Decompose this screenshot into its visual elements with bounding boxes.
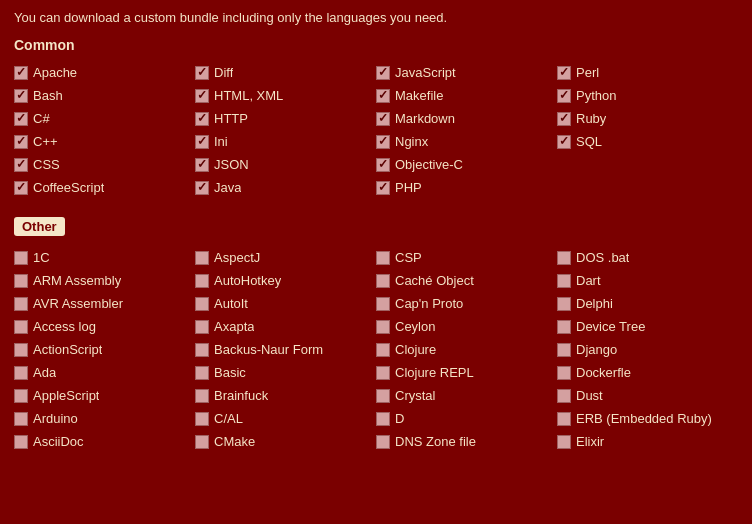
item-label: Caché Object xyxy=(395,273,474,288)
checkbox-backus-naur-form[interactable] xyxy=(195,343,209,357)
item-label: Cap'n Proto xyxy=(395,296,463,311)
list-item: D xyxy=(376,409,557,428)
common-items-grid: ApacheDiffJavaScriptPerlBashHTML, XMLMak… xyxy=(14,63,738,197)
checkbox-arm-assembly[interactable] xyxy=(14,274,28,288)
checkbox-cmake[interactable] xyxy=(195,435,209,449)
checkbox-clojure-repl[interactable] xyxy=(376,366,390,380)
list-item: Makefile xyxy=(376,86,557,105)
checkbox-sql[interactable] xyxy=(557,135,571,149)
checkbox-c#[interactable] xyxy=(14,112,28,126)
item-label: ARM Assembly xyxy=(33,273,121,288)
checkbox-clojure[interactable] xyxy=(376,343,390,357)
checkbox-markdown[interactable] xyxy=(376,112,390,126)
list-item: SQL xyxy=(557,132,738,151)
item-label: AsciiDoc xyxy=(33,434,84,449)
checkbox-c++[interactable] xyxy=(14,135,28,149)
list-item: Markdown xyxy=(376,109,557,128)
checkbox-brainfuck[interactable] xyxy=(195,389,209,403)
list-item: ActionScript xyxy=(14,340,195,359)
checkbox-http[interactable] xyxy=(195,112,209,126)
checkbox-coffeescript[interactable] xyxy=(14,181,28,195)
checkbox-ceylon[interactable] xyxy=(376,320,390,334)
list-item: CSP xyxy=(376,248,557,267)
item-label: C++ xyxy=(33,134,58,149)
item-label: PHP xyxy=(395,180,422,195)
list-item: AVR Assembler xyxy=(14,294,195,313)
list-item: Dust xyxy=(557,386,738,405)
checkbox-erb-(embedded-ruby)[interactable] xyxy=(557,412,571,426)
item-label: Bash xyxy=(33,88,63,103)
checkbox-csp[interactable] xyxy=(376,251,390,265)
list-item: Access log xyxy=(14,317,195,336)
checkbox-makefile[interactable] xyxy=(376,89,390,103)
checkbox-crystal[interactable] xyxy=(376,389,390,403)
list-item: HTTP xyxy=(195,109,376,128)
checkbox-dart[interactable] xyxy=(557,274,571,288)
item-label: Clojure REPL xyxy=(395,365,474,380)
item-label: 1C xyxy=(33,250,50,265)
list-item: Bash xyxy=(14,86,195,105)
checkbox-d[interactable] xyxy=(376,412,390,426)
empty-cell xyxy=(557,178,738,197)
checkbox-c/al[interactable] xyxy=(195,412,209,426)
checkbox-bash[interactable] xyxy=(14,89,28,103)
item-label: Apache xyxy=(33,65,77,80)
checkbox-apache[interactable] xyxy=(14,66,28,80)
checkbox-autohotkey[interactable] xyxy=(195,274,209,288)
checkbox-arduino[interactable] xyxy=(14,412,28,426)
checkbox-dust[interactable] xyxy=(557,389,571,403)
checkbox-diff[interactable] xyxy=(195,66,209,80)
checkbox-caché-object[interactable] xyxy=(376,274,390,288)
checkbox-django[interactable] xyxy=(557,343,571,357)
checkbox-delphi[interactable] xyxy=(557,297,571,311)
item-label: DOS .bat xyxy=(576,250,629,265)
checkbox-access-log[interactable] xyxy=(14,320,28,334)
checkbox-ada[interactable] xyxy=(14,366,28,380)
list-item: Nginx xyxy=(376,132,557,151)
item-label: CoffeeScript xyxy=(33,180,104,195)
checkbox-aspectj[interactable] xyxy=(195,251,209,265)
checkbox-elixir[interactable] xyxy=(557,435,571,449)
item-label: Ruby xyxy=(576,111,606,126)
checkbox-php[interactable] xyxy=(376,181,390,195)
list-item: Dockerfle xyxy=(557,363,738,382)
empty-cell xyxy=(557,155,738,174)
list-item: AppleScript xyxy=(14,386,195,405)
checkbox-axapta[interactable] xyxy=(195,320,209,334)
checkbox-html,-xml[interactable] xyxy=(195,89,209,103)
item-label: Device Tree xyxy=(576,319,645,334)
checkbox-dns-zone-file[interactable] xyxy=(376,435,390,449)
item-label: AutoHotkey xyxy=(214,273,281,288)
item-label: CSP xyxy=(395,250,422,265)
list-item: C/AL xyxy=(195,409,376,428)
item-label: D xyxy=(395,411,404,426)
checkbox-1c[interactable] xyxy=(14,251,28,265)
checkbox-basic[interactable] xyxy=(195,366,209,380)
checkbox-javascript[interactable] xyxy=(376,66,390,80)
checkbox-ini[interactable] xyxy=(195,135,209,149)
checkbox-nginx[interactable] xyxy=(376,135,390,149)
checkbox-perl[interactable] xyxy=(557,66,571,80)
checkbox-java[interactable] xyxy=(195,181,209,195)
list-item: ARM Assembly xyxy=(14,271,195,290)
list-item: Crystal xyxy=(376,386,557,405)
checkbox-asciidoc[interactable] xyxy=(14,435,28,449)
item-label: Elixir xyxy=(576,434,604,449)
checkbox-cap'n-proto[interactable] xyxy=(376,297,390,311)
list-item: Backus-Naur Form xyxy=(195,340,376,359)
checkbox-applescript[interactable] xyxy=(14,389,28,403)
item-label: Ada xyxy=(33,365,56,380)
checkbox-actionscript[interactable] xyxy=(14,343,28,357)
checkbox-objective-c[interactable] xyxy=(376,158,390,172)
checkbox-python[interactable] xyxy=(557,89,571,103)
checkbox-dos-.bat[interactable] xyxy=(557,251,571,265)
checkbox-css[interactable] xyxy=(14,158,28,172)
item-label: Arduino xyxy=(33,411,78,426)
checkbox-dockerfle[interactable] xyxy=(557,366,571,380)
checkbox-ruby[interactable] xyxy=(557,112,571,126)
checkbox-json[interactable] xyxy=(195,158,209,172)
item-label: AppleScript xyxy=(33,388,99,403)
checkbox-device-tree[interactable] xyxy=(557,320,571,334)
checkbox-autoit[interactable] xyxy=(195,297,209,311)
checkbox-avr-assembler[interactable] xyxy=(14,297,28,311)
